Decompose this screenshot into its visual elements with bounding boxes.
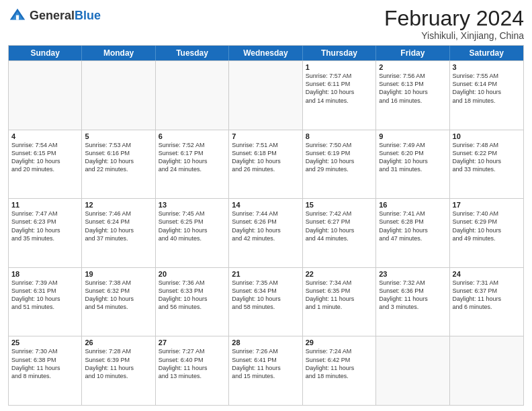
calendar-cell: 15Sunrise: 7:42 AM Sunset: 6:27 PM Dayli… — [303, 199, 376, 267]
calendar-cell — [9, 61, 82, 130]
day-number: 13 — [159, 201, 226, 209]
logo-general: General — [30, 9, 75, 22]
day-info: Sunrise: 7:41 AM Sunset: 6:28 PM Dayligh… — [379, 210, 446, 242]
day-info: Sunrise: 7:28 AM Sunset: 6:39 PM Dayligh… — [85, 347, 152, 380]
day-info: Sunrise: 7:32 AM Sunset: 6:36 PM Dayligh… — [379, 279, 446, 312]
logo-blue: Blue — [75, 9, 101, 22]
day-info: Sunrise: 7:47 AM Sunset: 6:23 PM Dayligh… — [11, 210, 79, 242]
weekday-header: Sunday — [9, 46, 82, 60]
day-number: 22 — [306, 270, 373, 278]
calendar-cell: 3Sunrise: 7:55 AM Sunset: 6:14 PM Daylig… — [450, 61, 523, 130]
calendar-cell: 13Sunrise: 7:45 AM Sunset: 6:25 PM Dayli… — [156, 199, 229, 267]
day-info: Sunrise: 7:26 AM Sunset: 6:41 PM Dayligh… — [232, 347, 299, 380]
day-info: Sunrise: 7:35 AM Sunset: 6:34 PM Dayligh… — [232, 279, 299, 312]
calendar-cell: 21Sunrise: 7:35 AM Sunset: 6:34 PM Dayli… — [229, 268, 302, 336]
calendar-row: 18Sunrise: 7:39 AM Sunset: 6:31 PM Dayli… — [9, 267, 523, 336]
calendar-cell: 7Sunrise: 7:51 AM Sunset: 6:18 PM Daylig… — [229, 130, 302, 199]
day-info: Sunrise: 7:45 AM Sunset: 6:25 PM Dayligh… — [159, 210, 226, 242]
weekday-header: Saturday — [450, 46, 523, 60]
svg-rect-2 — [16, 15, 19, 20]
day-info: Sunrise: 7:54 AM Sunset: 6:15 PM Dayligh… — [11, 141, 79, 174]
calendar-cell: 23Sunrise: 7:32 AM Sunset: 6:36 PM Dayli… — [376, 268, 449, 336]
day-info: Sunrise: 7:38 AM Sunset: 6:32 PM Dayligh… — [85, 279, 152, 312]
weekday-header: Friday — [376, 46, 449, 60]
day-number: 28 — [232, 338, 299, 347]
calendar-header: SundayMondayTuesdayWednesdayThursdayFrid… — [9, 46, 523, 60]
day-info: Sunrise: 7:40 AM Sunset: 6:29 PM Dayligh… — [453, 210, 521, 242]
calendar-cell — [376, 336, 449, 405]
day-info: Sunrise: 7:34 AM Sunset: 6:35 PM Dayligh… — [306, 279, 373, 312]
weekday-header: Wednesday — [229, 46, 302, 60]
calendar-cell: 11Sunrise: 7:47 AM Sunset: 6:23 PM Dayli… — [9, 199, 82, 267]
calendar-cell: 8Sunrise: 7:50 AM Sunset: 6:19 PM Daylig… — [303, 130, 376, 199]
day-info: Sunrise: 7:57 AM Sunset: 6:11 PM Dayligh… — [306, 72, 373, 105]
header: GeneralBlue February 2024 Yishikuli, Xin… — [8, 7, 524, 41]
calendar-cell — [229, 61, 302, 130]
day-info: Sunrise: 7:50 AM Sunset: 6:19 PM Dayligh… — [306, 141, 373, 174]
day-number: 3 — [453, 63, 521, 71]
calendar-row: 11Sunrise: 7:47 AM Sunset: 6:23 PM Dayli… — [9, 198, 523, 267]
day-info: Sunrise: 7:42 AM Sunset: 6:27 PM Dayligh… — [306, 210, 373, 242]
calendar-cell: 28Sunrise: 7:26 AM Sunset: 6:41 PM Dayli… — [229, 336, 302, 405]
day-info: Sunrise: 7:56 AM Sunset: 6:13 PM Dayligh… — [379, 72, 446, 105]
day-info: Sunrise: 7:53 AM Sunset: 6:16 PM Dayligh… — [85, 141, 152, 174]
day-info: Sunrise: 7:31 AM Sunset: 6:37 PM Dayligh… — [453, 279, 521, 312]
day-number: 2 — [379, 63, 446, 71]
calendar-cell — [156, 61, 229, 130]
logo: GeneralBlue — [8, 7, 101, 26]
logo-text: GeneralBlue — [30, 9, 101, 23]
day-number: 18 — [11, 270, 79, 278]
weekday-header: Tuesday — [156, 46, 229, 60]
day-number: 9 — [379, 132, 446, 140]
calendar-cell: 5Sunrise: 7:53 AM Sunset: 6:16 PM Daylig… — [82, 130, 155, 199]
day-number: 16 — [379, 201, 446, 209]
day-number: 21 — [232, 270, 299, 278]
weekday-header: Thursday — [303, 46, 376, 60]
calendar-cell: 1Sunrise: 7:57 AM Sunset: 6:11 PM Daylig… — [303, 61, 376, 130]
day-info: Sunrise: 7:44 AM Sunset: 6:26 PM Dayligh… — [232, 210, 299, 242]
calendar-cell: 19Sunrise: 7:38 AM Sunset: 6:32 PM Dayli… — [82, 268, 155, 336]
title-block: February 2024 Yishikuli, Xinjiang, China — [384, 7, 524, 41]
calendar-cell: 2Sunrise: 7:56 AM Sunset: 6:13 PM Daylig… — [376, 61, 449, 130]
calendar-cell: 18Sunrise: 7:39 AM Sunset: 6:31 PM Dayli… — [9, 268, 82, 336]
calendar-cell: 24Sunrise: 7:31 AM Sunset: 6:37 PM Dayli… — [450, 268, 523, 336]
calendar-row: 25Sunrise: 7:30 AM Sunset: 6:38 PM Dayli… — [9, 336, 523, 405]
day-number: 25 — [11, 338, 79, 347]
day-number: 8 — [306, 132, 373, 140]
calendar-cell: 27Sunrise: 7:27 AM Sunset: 6:40 PM Dayli… — [156, 336, 229, 405]
day-info: Sunrise: 7:46 AM Sunset: 6:24 PM Dayligh… — [85, 210, 152, 242]
day-number: 6 — [159, 132, 226, 140]
day-info: Sunrise: 7:51 AM Sunset: 6:18 PM Dayligh… — [232, 141, 299, 174]
calendar-cell: 9Sunrise: 7:49 AM Sunset: 6:20 PM Daylig… — [376, 130, 449, 199]
calendar-cell: 10Sunrise: 7:48 AM Sunset: 6:22 PM Dayli… — [450, 130, 523, 199]
calendar-cell: 12Sunrise: 7:46 AM Sunset: 6:24 PM Dayli… — [82, 199, 155, 267]
day-number: 29 — [306, 338, 373, 347]
day-info: Sunrise: 7:55 AM Sunset: 6:14 PM Dayligh… — [453, 72, 521, 105]
day-number: 15 — [306, 201, 373, 209]
calendar-cell — [450, 336, 523, 405]
calendar-cell: 14Sunrise: 7:44 AM Sunset: 6:26 PM Dayli… — [229, 199, 302, 267]
day-info: Sunrise: 7:39 AM Sunset: 6:31 PM Dayligh… — [11, 279, 79, 312]
month-year: February 2024 — [384, 7, 524, 30]
day-number: 23 — [379, 270, 446, 278]
day-info: Sunrise: 7:52 AM Sunset: 6:17 PM Dayligh… — [159, 141, 226, 174]
day-number: 5 — [85, 132, 152, 140]
day-info: Sunrise: 7:49 AM Sunset: 6:20 PM Dayligh… — [379, 141, 446, 174]
day-number: 14 — [232, 201, 299, 209]
calendar-cell — [82, 61, 155, 130]
day-number: 20 — [159, 270, 226, 278]
day-info: Sunrise: 7:27 AM Sunset: 6:40 PM Dayligh… — [159, 347, 226, 380]
calendar-cell: 6Sunrise: 7:52 AM Sunset: 6:17 PM Daylig… — [156, 130, 229, 199]
calendar-cell: 20Sunrise: 7:36 AM Sunset: 6:33 PM Dayli… — [156, 268, 229, 336]
calendar-cell: 4Sunrise: 7:54 AM Sunset: 6:15 PM Daylig… — [9, 130, 82, 199]
weekday-header: Monday — [82, 46, 155, 60]
location: Yishikuli, Xinjiang, China — [384, 30, 524, 41]
day-number: 27 — [159, 338, 226, 347]
calendar: SundayMondayTuesdayWednesdayThursdayFrid… — [8, 45, 524, 406]
day-number: 7 — [232, 132, 299, 140]
calendar-body: 1Sunrise: 7:57 AM Sunset: 6:11 PM Daylig… — [9, 60, 523, 405]
day-number: 1 — [306, 63, 373, 71]
calendar-row: 4Sunrise: 7:54 AM Sunset: 6:15 PM Daylig… — [9, 130, 523, 199]
day-info: Sunrise: 7:48 AM Sunset: 6:22 PM Dayligh… — [453, 141, 521, 174]
calendar-cell: 16Sunrise: 7:41 AM Sunset: 6:28 PM Dayli… — [376, 199, 449, 267]
